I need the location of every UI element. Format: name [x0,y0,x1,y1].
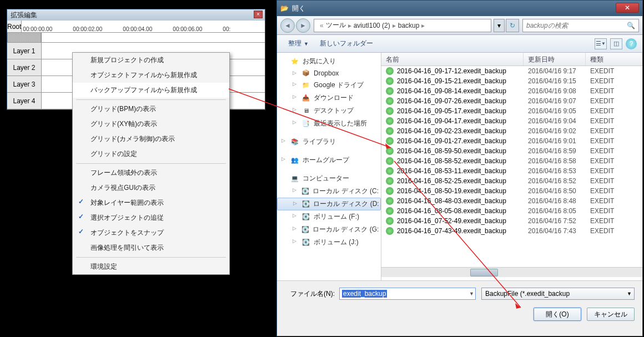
menu-item[interactable]: 環境設定 [73,259,229,274]
tree-item[interactable]: ▷💽ボリューム (J:) [277,236,381,249]
tree-item[interactable]: ▷📁Google ドライブ [277,79,381,92]
nav-tree[interactable]: ⭐お気に入り▷📦Dropbox▷📁Google ドライブ▷📥ダウンロード▷🖥デス… [277,53,381,280]
file-rows[interactable]: 2016-04-16_09-17-12.exedit_backup2016/04… [381,66,642,267]
tree-group[interactable]: ▷📚ライブラリ [277,135,381,148]
tree-group[interactable]: ⭐お気に入り [277,55,381,68]
menu-item[interactable]: 画像処理を間引いて表示 [73,240,229,255]
file-row[interactable]: 2016-04-16_09-15-21.exedit_backup2016/04… [381,76,642,86]
layer-label[interactable]: Layer 4 [7,93,42,109]
tree-item[interactable]: ▷💽ローカル ディスク (G: [277,223,381,236]
file-row[interactable]: 2016-04-16_07-43-49.exedit_backup2016/04… [381,226,642,236]
close-icon[interactable]: ✕ [616,3,639,13]
expand-icon[interactable]: ▷ [293,119,296,125]
expand-icon[interactable]: ▷ [293,81,296,87]
timeline-titlebar[interactable]: 拡張編集 × [7,9,265,21]
filename-input[interactable]: exedit_backup ▼ [339,288,476,300]
cancel-button[interactable]: キャンセル [587,308,635,321]
layer-label[interactable]: Layer 2 [7,59,42,76]
col-header-date[interactable]: 更新日時 [524,53,586,66]
expand-icon[interactable]: ▷ [293,213,296,218]
chevron-down-icon[interactable]: ▼ [469,291,474,296]
open-button[interactable]: 開く(O) [534,308,581,321]
forward-button[interactable]: ► [296,18,310,33]
menu-item[interactable]: グリッドの設定 [73,147,229,162]
tree-group[interactable]: 💻コンピューター [277,172,381,185]
col-header-name[interactable]: 名前 [381,53,524,66]
menu-item[interactable]: オブジェクトファイルから新規作成 [73,68,229,83]
layer-label[interactable]: Layer 3 [7,76,42,92]
menu-item[interactable]: 選択オブジェクトの追従✓ [73,210,229,225]
search-input[interactable] [526,22,627,29]
breadcrumb-item[interactable]: aviutl100 (2) [354,22,390,29]
file-row[interactable]: 2016-04-16_09-17-12.exedit_backup2016/04… [381,66,642,76]
chevron-down-icon[interactable]: ▼ [627,291,632,296]
close-icon[interactable]: × [254,11,263,18]
search-icon[interactable]: 🔍 [627,22,635,29]
view-options-icon[interactable]: ☰ ▼ [595,38,607,49]
menu-item[interactable]: オブジェクトをスナップ✓ [73,225,229,240]
breadcrumb-dropdown[interactable]: ▾ [494,19,505,32]
tree-item[interactable]: ▷📥ダウンロード [277,92,381,104]
menu-item[interactable]: バックアップファイルから新規作成 [73,83,229,98]
file-row[interactable]: 2016-04-16_09-02-23.exedit_backup2016/04… [381,126,642,136]
search-box[interactable]: 🔍 [522,19,639,32]
breadcrumb[interactable]: «ツール▸aviutl100 (2)▸backup▸ [314,19,491,32]
expand-icon[interactable]: ▷ [293,238,296,244]
file-row[interactable]: 2016-04-16_09-05-17.exedit_backup2016/04… [381,106,642,116]
horizontal-scrollbar[interactable] [381,267,642,277]
file-row[interactable]: 2016-04-16_08-05-08.exedit_backup2016/04… [381,206,642,216]
menu-item[interactable]: グリッド(カメラ制御)の表示 [73,132,229,147]
tree-item[interactable]: ▷📦Dropbox [277,68,381,79]
expand-icon[interactable]: ▷ [293,70,296,76]
tree-item[interactable]: ▷🖥デスクトップ [277,104,381,117]
expand-icon[interactable]: ▷ [281,156,285,162]
menu-item[interactable]: グリッド(XY軸)の表示 [73,117,229,132]
filetype-filter[interactable]: BackupFile (*.exedit_backup ▼ [481,288,635,300]
tree-item[interactable]: ▷💽ローカル ディスク (C: [277,185,381,198]
file-row[interactable]: 2016-04-16_07-52-49.exedit_backup2016/04… [381,216,642,226]
file-row[interactable]: 2016-04-16_09-04-17.exedit_backup2016/04… [381,116,642,126]
expand-icon[interactable]: ▷ [293,225,296,231]
dialog-titlebar[interactable]: 📂 開く ✕ [277,1,642,16]
file-row[interactable]: 2016-04-16_08-58-52.exedit_backup2016/04… [381,156,642,166]
file-row[interactable]: 2016-04-16_09-07-26.exedit_backup2016/04… [381,96,642,106]
expand-icon[interactable]: ▷ [293,94,296,99]
refresh-icon[interactable]: ↻ [506,19,519,32]
menu-item[interactable]: 新規プロジェクトの作成 [73,53,229,68]
list-header[interactable]: 名前 更新日時 種類 [381,53,642,66]
expand-icon[interactable]: ▷ [293,200,297,206]
tree-group[interactable]: ▷👥ホームグループ [277,154,381,167]
layer-label[interactable]: Layer 1 [7,43,42,59]
menu-item[interactable]: カメラ視点GUIの表示 [73,180,229,195]
tree-item[interactable]: ▷💽ボリューム (F:) [277,210,381,223]
file-row[interactable]: 2016-04-16_09-08-14.exedit_backup2016/04… [381,86,642,96]
menu-item[interactable]: グリッド(BPM)の表示 [73,102,229,117]
file-row[interactable]: 2016-04-16_08-59-50.exedit_backup2016/04… [381,146,642,156]
tree-item[interactable]: ▷📑最近表示した場所 [277,117,381,130]
menu-item[interactable]: フレーム領域外の表示 [73,165,229,180]
organize-button[interactable]: 整理▼ [283,37,314,51]
file-row[interactable]: 2016-04-16_09-01-27.exedit_backup2016/04… [381,136,642,146]
file-row[interactable]: 2016-04-16_08-50-19.exedit_backup2016/04… [381,186,642,196]
breadcrumb-item[interactable]: backup [398,22,420,29]
wave-track[interactable] [42,33,265,42]
tree-item[interactable]: ▷💽ローカル ディスク (D: [277,198,381,210]
new-folder-button[interactable]: 新しいフォルダー [314,37,379,51]
file-row[interactable]: 2016-04-16_08-52-25.exedit_backup2016/04… [381,176,642,186]
expand-icon[interactable]: ▷ [293,187,296,193]
root-cell[interactable]: Root [7,21,22,32]
help-icon[interactable]: ? [626,38,637,49]
breadcrumb-item[interactable]: ツール [326,21,346,30]
menu-item[interactable]: 対象レイヤー範囲の表示✓ [73,195,229,210]
file-type: EXEDIT [586,117,642,125]
expand-icon[interactable]: ▷ [293,107,296,112]
scrollbar-thumb[interactable] [470,269,498,276]
expand-icon[interactable]: ▷ [281,138,285,143]
timeline-title-text: 拡張編集 [11,11,37,19]
col-header-type[interactable]: 種類 [586,53,642,66]
time-ruler[interactable]: 00:00:00.0000:00:02.0000:00:04.0000:00:0… [22,21,273,32]
back-button[interactable]: ◄ [280,18,295,33]
file-row[interactable]: 2016-04-16_08-53-11.exedit_backup2016/04… [381,166,642,176]
preview-pane-icon[interactable]: ◫ [610,38,622,49]
file-row[interactable]: 2016-04-16_08-48-03.exedit_backup2016/04… [381,196,642,206]
